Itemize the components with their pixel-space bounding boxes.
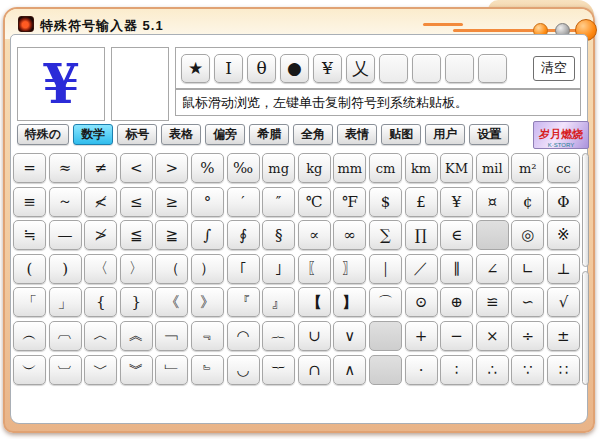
symbol-cell[interactable]: > [155, 153, 188, 183]
tab-3[interactable]: 表格 [161, 124, 201, 145]
recent-symbol-button[interactable]: θ [247, 54, 276, 83]
symbol-cell[interactable]: 》 [191, 287, 224, 317]
symbol-cell[interactable]: ≥ [155, 187, 188, 217]
symbol-cell[interactable]: ∨ [333, 321, 366, 351]
symbol-cell[interactable]: ∥ [440, 254, 473, 284]
recent-symbol-button[interactable]: I [214, 54, 243, 83]
symbol-cell[interactable]: ︾ [120, 355, 153, 385]
symbol-cell[interactable]: 』 [262, 287, 295, 317]
symbol-cell[interactable]: × [476, 321, 509, 351]
tab-4[interactable]: 偏旁 [205, 124, 245, 145]
clear-button[interactable]: 清空 [533, 56, 575, 81]
tab-2[interactable]: 标号 [117, 124, 157, 145]
symbol-cell[interactable]: £ [405, 187, 438, 217]
symbol-cell[interactable]: ‰ [227, 153, 260, 183]
symbol-cell[interactable]: ︵ [13, 321, 46, 351]
symbol-cell[interactable]: ︽ [120, 321, 153, 351]
symbol-cell[interactable]: 〈 [84, 254, 117, 284]
symbol-cell[interactable]: ︸ [262, 355, 295, 385]
symbol-cell[interactable]: ｜ [369, 254, 402, 284]
symbol-cell[interactable]: ∟ [511, 254, 544, 284]
symbol-cell[interactable]: cc [547, 153, 580, 183]
symbol-cell[interactable]: mm [333, 153, 366, 183]
symbol-cell[interactable]: ∴ [476, 355, 509, 385]
symbol-cell[interactable]: ≒ [13, 220, 46, 250]
symbol-cell[interactable]: ≦ [120, 220, 153, 250]
recent-symbol-button[interactable]: ● [280, 54, 309, 83]
symbol-cell[interactable]: ∠ [476, 254, 509, 284]
symbol-cell[interactable]: 〉 [120, 254, 153, 284]
symbol-cell[interactable]: = [13, 153, 46, 183]
symbol-cell[interactable]: 〗 [333, 254, 366, 284]
symbol-cell[interactable]: ″ [262, 187, 295, 217]
tab-10[interactable]: 设置 [469, 124, 509, 145]
symbol-cell[interactable]: 《 [155, 287, 188, 317]
symbol-cell[interactable]: ◡ [227, 355, 260, 385]
recent-symbol-button[interactable]: 乂 [346, 54, 375, 83]
symbol-cell[interactable]: ∩ [298, 355, 331, 385]
tab-7[interactable]: 表情 [337, 124, 377, 145]
symbol-cell[interactable]: ≯ [84, 220, 117, 250]
tab-1[interactable]: 数学 [73, 124, 113, 145]
symbol-cell[interactable]: 」 [49, 287, 82, 317]
symbol-cell[interactable]: ( [13, 254, 46, 284]
symbol-cell[interactable]: ∷ [547, 355, 580, 385]
symbol-cell[interactable]: ∞ [333, 220, 366, 250]
symbol-cell[interactable]: ｣ [262, 254, 295, 284]
tab-5[interactable]: 希腊 [249, 124, 289, 145]
symbol-cell[interactable]: ≮ [84, 187, 117, 217]
symbol-cell[interactable]: ≡ [13, 187, 46, 217]
tab-8[interactable]: 贴图 [381, 124, 421, 145]
symbol-cell[interactable]: ∽ [511, 287, 544, 317]
symbol-cell[interactable]: ∈ [440, 220, 473, 250]
symbol-cell[interactable]: } [120, 287, 153, 317]
symbol-cell[interactable]: 【 [298, 287, 331, 317]
symbol-cell[interactable]: ℃ [298, 187, 331, 217]
symbol-cell[interactable]: ∪ [298, 321, 331, 351]
symbol-cell[interactable]: ∶ [440, 355, 473, 385]
symbol-cell[interactable]: cm [369, 153, 402, 183]
symbol-cell[interactable]: ¥ [440, 187, 473, 217]
symbol-cell[interactable]: − [440, 321, 473, 351]
symbol-cell[interactable]: ¤ [476, 187, 509, 217]
symbol-cell[interactable]: ⊥ [547, 254, 580, 284]
symbol-cell[interactable]: ︷ [262, 321, 295, 351]
symbol-cell[interactable]: § [262, 220, 295, 250]
symbol-cell[interactable]: ∑ [369, 220, 402, 250]
symbol-cell[interactable]: ～ [49, 187, 82, 217]
symbol-cell[interactable]: 『 [227, 287, 260, 317]
symbol-cell[interactable]: ∝ [298, 220, 331, 250]
symbol-cell[interactable]: ≧ [155, 220, 188, 250]
symbol-cell[interactable]: ¢ [511, 187, 544, 217]
symbol-cell[interactable]: % [191, 153, 224, 183]
symbol-cell[interactable]: ) [49, 254, 82, 284]
symbol-cell[interactable]: mil [476, 153, 509, 183]
tab-6[interactable]: 全角 [293, 124, 333, 145]
symbol-cell[interactable]: $ [369, 187, 402, 217]
recent-symbol-button[interactable]: ★ [181, 54, 210, 83]
symbol-cell[interactable]: ′ [227, 187, 260, 217]
symbol-cell[interactable]: ≈ [49, 153, 82, 183]
symbol-cell[interactable]: √ [547, 287, 580, 317]
scroll-strip-top[interactable] [582, 153, 589, 267]
symbol-cell[interactable]: ± [547, 321, 580, 351]
symbol-cell[interactable]: — [49, 220, 82, 250]
symbol-cell[interactable]: ｢ [227, 254, 260, 284]
symbol-cell[interactable]: mg [262, 153, 295, 183]
symbol-cell[interactable]: ※ [547, 220, 580, 250]
symbol-cell[interactable]: ﹁ [155, 321, 188, 351]
symbol-cell[interactable]: 〖 [298, 254, 331, 284]
symbol-cell[interactable]: Φ [547, 187, 580, 217]
symbol-cell[interactable]: ／ [405, 254, 438, 284]
symbol-cell[interactable]: kg [298, 153, 331, 183]
symbol-cell[interactable]: ∧ [333, 355, 366, 385]
symbol-cell[interactable]: ∫ [191, 220, 224, 250]
symbol-cell[interactable]: + [405, 321, 438, 351]
symbol-cell[interactable]: km [405, 153, 438, 183]
tab-9[interactable]: 用户 [425, 124, 465, 145]
symbol-cell[interactable]: < [120, 153, 153, 183]
symbol-cell[interactable]: ℉ [333, 187, 366, 217]
symbol-cell[interactable]: ﹀ [84, 355, 117, 385]
symbol-cell[interactable]: ≌ [476, 287, 509, 317]
symbol-cell[interactable]: ≤ [120, 187, 153, 217]
